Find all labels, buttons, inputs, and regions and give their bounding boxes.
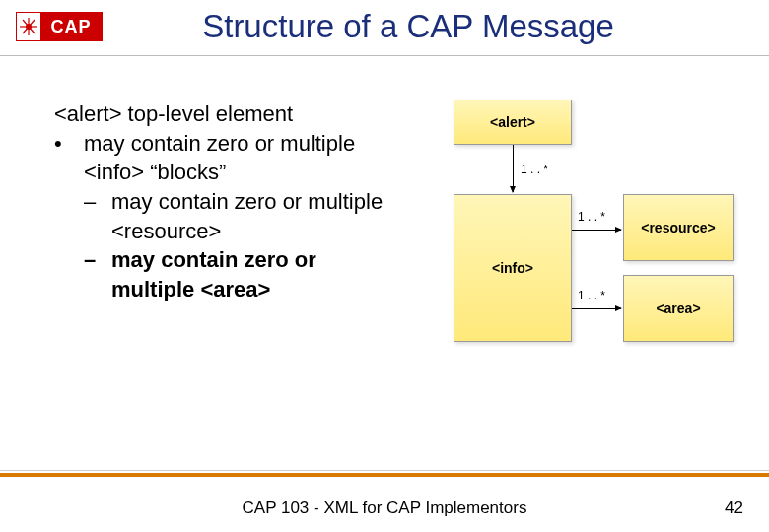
- arrow-right-icon: [572, 308, 621, 309]
- slide-header: CAP Structure of a CAP Message: [0, 0, 769, 49]
- multiplicity-label: 1 . . *: [578, 289, 605, 302]
- info-box: <info>: [454, 194, 572, 342]
- sub-bullet-text: may contain zero or multiple <resource>: [111, 187, 404, 245]
- logo-text: CAP: [40, 13, 102, 40]
- slide-footer: CAP 103 - XML for CAP Implementors 42: [0, 499, 769, 518]
- footer-text: CAP 103 - XML for CAP Implementors: [0, 499, 769, 518]
- footer-divider: [0, 473, 769, 477]
- alert-box: <alert>: [454, 100, 572, 145]
- sub-bullet-item: – may contain zero or multiple <resource…: [54, 187, 404, 245]
- bullet-item: • may contain zero or multiple <info> “b…: [54, 129, 404, 187]
- dash-icon: –: [84, 187, 111, 245]
- cap-logo: CAP: [16, 12, 103, 41]
- bullet-text: may contain zero or multiple <info> “blo…: [84, 129, 404, 187]
- sub-bullet-text: may contain zero or multiple <area>: [111, 245, 404, 303]
- bullet-icon: •: [54, 129, 84, 187]
- burst-icon: [17, 13, 40, 40]
- arrow-down-icon: [513, 145, 514, 192]
- sub-bullet-item: – may contain zero or multiple <area>: [54, 245, 404, 303]
- arrow-right-icon: [572, 230, 621, 231]
- slide-content: <alert> top-level element • may contain …: [0, 56, 769, 385]
- structure-diagram: <alert> 1 . . * <info> 1 . . * <resource…: [414, 100, 739, 385]
- multiplicity-label: 1 . . *: [521, 163, 548, 176]
- slide-title: Structure of a CAP Message: [103, 8, 753, 45]
- body-line: <alert> top-level element: [54, 100, 404, 129]
- multiplicity-label: 1 . . *: [578, 210, 605, 224]
- page-number: 42: [725, 499, 743, 518]
- svg-point-8: [26, 24, 32, 30]
- resource-box: <resource>: [623, 194, 734, 261]
- text-column: <alert> top-level element • may contain …: [54, 100, 404, 385]
- dash-icon: –: [84, 245, 111, 303]
- area-box: <area>: [623, 275, 734, 342]
